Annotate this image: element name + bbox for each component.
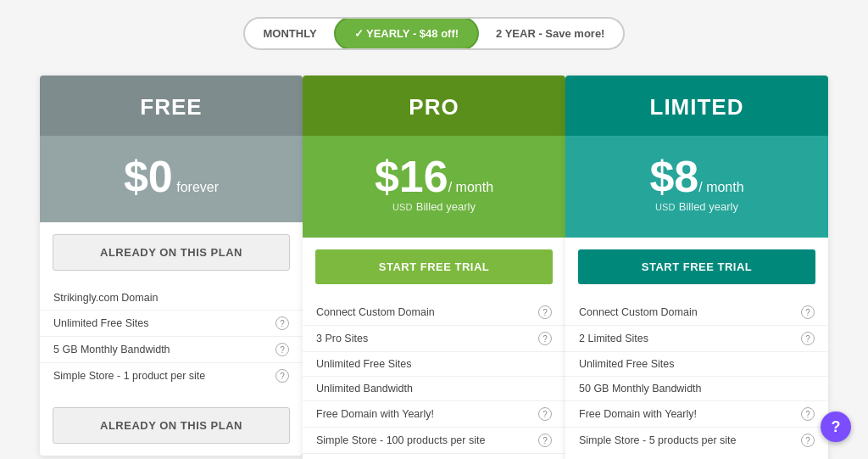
feature-text: Free Domain with Yearly! [579,408,796,420]
feature-text: 3 Pro Sites [316,333,533,344]
pro-feature-list: Connect Custom Domain ? 3 Pro Sites ? Un… [303,296,565,459]
free-cta-bottom-button[interactable]: ALREADY ON THIS PLAN [53,407,290,444]
pro-price-value: $16 [375,152,448,201]
info-icon[interactable]: ? [275,316,289,330]
free-card-header: FREE [40,76,303,136]
list-item: Simple Store - 100 products per site ? [303,428,565,454]
list-item: Free Domain with Yearly! ? [303,401,565,428]
info-icon[interactable]: ? [538,305,552,319]
list-item: Unlimited Free Sites [303,352,565,377]
feature-text: Strikingly.com Domain [53,292,289,304]
free-cta-top-button[interactable]: ALREADY ON THIS PLAN [53,234,290,271]
pro-price-unit: / month [448,180,493,194]
feature-text: Unlimited Free Sites [53,317,270,329]
free-card-body: ALREADY ON THIS PLAN Strikingly.com Doma… [40,234,303,444]
info-icon[interactable]: ? [801,407,815,421]
info-icon[interactable]: ? [538,332,552,345]
info-icon[interactable]: ? [801,332,815,345]
toggle-2year[interactable]: 2 YEAR - Save more! [477,19,623,48]
pro-usd: USD [392,202,412,212]
feature-text: Simple Store - 5 products per site [579,434,796,446]
limited-plan-title: LIMITED [574,94,820,120]
pro-cta-top-button[interactable]: START FREE TRIAL [315,249,553,284]
free-plan-card: FREE $0 forever ALREADY ON THIS PLAN Str… [40,76,303,456]
feature-text: Connect Custom Domain [579,306,796,318]
pro-billing-info: USD Billed yearly [311,199,557,214]
list-item: Free Domain with Yearly! ? [565,401,828,428]
list-item: Unlimited Bandwidth [303,377,565,401]
feature-text: 5 GB Monthly Bandwidth [53,344,270,355]
list-item: Simple Store - 5 products per site ? [565,428,828,453]
feature-text: Unlimited Free Sites [316,358,552,370]
info-icon[interactable]: ? [538,407,552,421]
info-icon[interactable]: ? [538,434,552,447]
free-feature-list: Strikingly.com Domain Unlimited Free Sit… [40,283,303,395]
limited-usd: USD [655,202,675,212]
free-price-area: $0 forever [40,136,303,222]
list-item: Connect Custom Domain ? [303,299,565,326]
free-price-suffix: forever [176,180,219,194]
limited-price: $8/ month [574,154,820,199]
feature-text: Free Domain with Yearly! [316,408,533,420]
feature-text: 50 GB Monthly Bandwidth [579,383,815,395]
feature-text: Simple Store - 100 products per site [316,434,533,446]
info-icon[interactable]: ? [801,434,815,447]
limited-price-area: $8/ month USD Billed yearly [565,136,828,238]
info-icon[interactable]: ? [801,305,815,319]
pro-price: $16/ month [311,154,557,199]
limited-card-body: START FREE TRIAL Connect Custom Domain ?… [565,249,828,459]
list-item: 2 Limited Sites ? [565,326,828,352]
list-item: 5 GB Monthly Bandwidth ? [40,337,303,363]
info-icon[interactable]: ? [275,369,289,383]
billing-toggle[interactable]: MONTHLY ✓ YEARLY - $48 off! 2 YEAR - Sav… [243,17,626,50]
limited-plan-card: LIMITED $8/ month USD Billed yearly STAR… [565,76,828,459]
limited-feature-list: Connect Custom Domain ? 2 Limited Sites … [565,296,828,459]
list-item: Multiple Pages [303,454,565,459]
limited-billed: Billed yearly [679,200,738,213]
list-item: Unlimited Free Sites [565,352,828,377]
limited-price-unit: / month [698,180,743,194]
toggle-monthly[interactable]: MONTHLY [245,19,336,48]
free-plan-title: FREE [48,94,294,120]
feature-text: Unlimited Free Sites [579,358,815,370]
feature-text: Unlimited Bandwidth [316,383,552,395]
free-price: $0 forever [48,154,294,199]
limited-price-value: $8 [649,152,698,201]
feature-text: 2 Limited Sites [579,333,796,344]
list-item: 3 Pro Sites ? [303,326,565,352]
limited-cta-top-button[interactable]: START FREE TRIAL [578,249,815,284]
free-price-value: $0 [124,152,173,201]
list-item: Unlimited Free Sites ? [40,311,303,337]
feature-text: Connect Custom Domain [316,306,533,318]
info-icon[interactable]: ? [275,343,289,356]
pro-billed: Billed yearly [416,200,476,213]
pricing-cards: FREE $0 forever ALREADY ON THIS PLAN Str… [19,76,849,459]
limited-billing-info: USD Billed yearly [574,199,820,214]
list-item: 50 GB Monthly Bandwidth [565,377,828,401]
pro-card-body: START FREE TRIAL Connect Custom Domain ?… [303,249,565,459]
list-item: Strikingly.com Domain [40,286,303,311]
pro-card-header: PRO [303,76,565,136]
pro-plan-title: PRO [311,94,557,120]
feature-text: Simple Store - 1 product per site [53,370,270,382]
help-button[interactable]: ? [821,411,851,442]
list-item: Connect Custom Domain ? [565,299,828,326]
pro-plan-card: PRO $16/ month USD Billed yearly START F… [303,76,565,459]
pro-price-area: $16/ month USD Billed yearly [303,136,565,238]
toggle-yearly[interactable]: ✓ YEARLY - $48 off! [334,17,479,50]
list-item: Simple Store - 1 product per site ? [40,363,303,389]
limited-card-header: LIMITED [565,76,828,136]
